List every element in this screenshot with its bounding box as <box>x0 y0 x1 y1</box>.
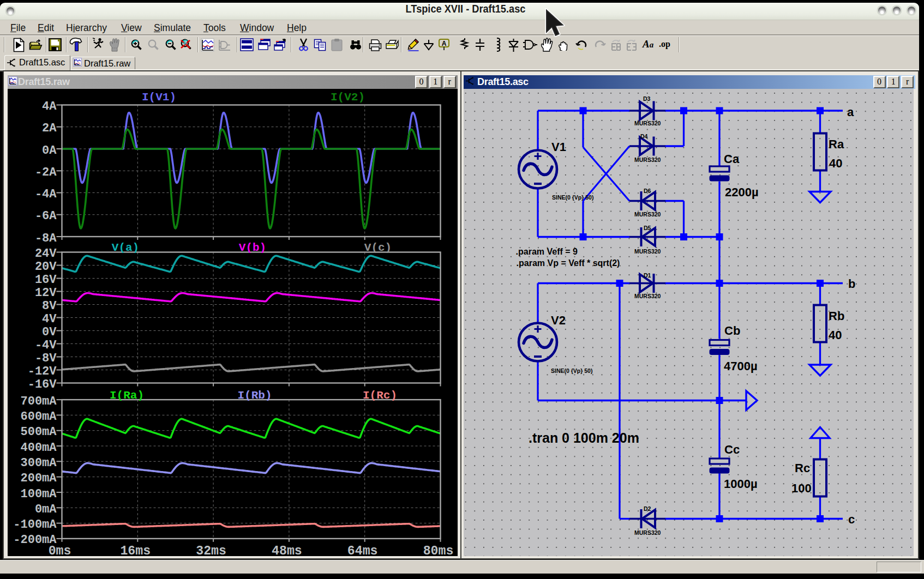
svg-text:I(V2): I(V2) <box>330 91 364 103</box>
svg-text:Rc: Rc <box>795 461 810 474</box>
svg-text:4V: 4V <box>42 312 57 326</box>
svg-text:SINE(0 {Vp} 50): SINE(0 {Vp} 50) <box>552 194 593 201</box>
svg-text:16V: 16V <box>34 273 56 287</box>
svg-text:I(Rc): I(Rc) <box>362 389 397 402</box>
svg-text:40: 40 <box>829 328 842 341</box>
svg-text:D6: D6 <box>644 187 651 194</box>
svg-text:-6A: -6A <box>34 209 56 223</box>
svg-text:8V: 8V <box>42 299 57 313</box>
svg-text:0mA: 0mA <box>34 502 56 516</box>
svg-text:-16V: -16V <box>27 378 57 391</box>
svg-text:MURS320: MURS320 <box>634 292 661 299</box>
svg-text:20V: 20V <box>34 260 56 274</box>
svg-text:48ms: 48ms <box>272 544 302 556</box>
svg-text:100mA: 100mA <box>20 487 57 500</box>
svg-text:0ms: 0ms <box>48 544 71 556</box>
svg-text:.tran 0 100m 20m: .tran 0 100m 20m <box>529 430 639 445</box>
svg-text:-4V: -4V <box>34 339 56 352</box>
svg-text:500mA: 500mA <box>20 425 57 439</box>
svg-text:Cb: Cb <box>724 323 740 337</box>
svg-text:200mA: 200mA <box>20 472 57 485</box>
svg-text:V(b): V(b) <box>238 242 266 254</box>
svg-text:A: A <box>442 40 447 47</box>
svg-text:40: 40 <box>829 156 842 170</box>
svg-text:400mA: 400mA <box>20 441 57 454</box>
svg-text:SINE(0 {Vp} 50): SINE(0 {Vp} 50) <box>551 367 592 373</box>
svg-text:Ra: Ra <box>829 137 844 150</box>
svg-text:64ms: 64ms <box>347 544 377 556</box>
svg-text:80ms: 80ms <box>423 544 453 556</box>
svg-text:4A: 4A <box>42 100 57 113</box>
svg-text:V(a): V(a) <box>111 242 139 254</box>
svg-text:700mA: 700mA <box>20 394 57 408</box>
svg-text:1000µ: 1000µ <box>724 477 758 490</box>
svg-text:2A: 2A <box>42 122 57 135</box>
svg-text:V(c): V(c) <box>364 242 391 254</box>
svg-text:Ca: Ca <box>724 152 740 165</box>
svg-text:-8V: -8V <box>34 352 56 365</box>
svg-text:I(V1): I(V1) <box>141 91 176 103</box>
svg-text:MURS320: MURS320 <box>634 529 661 535</box>
svg-text:MURS320: MURS320 <box>634 210 661 217</box>
svg-text:-100mA: -100mA <box>13 518 57 532</box>
svg-text:0A: 0A <box>42 143 57 157</box>
svg-text:V2: V2 <box>551 313 566 327</box>
svg-text:MURS320: MURS320 <box>634 120 661 126</box>
svg-text:-8A: -8A <box>34 231 56 245</box>
svg-text:-4A: -4A <box>34 188 56 201</box>
svg-text:12V: 12V <box>34 286 56 300</box>
svg-text:-2A: -2A <box>34 165 56 179</box>
svg-text:a: a <box>847 105 854 118</box>
svg-text:.param Vp = Veff * sqrt(2): .param Vp = Veff * sqrt(2) <box>517 258 620 268</box>
svg-text:4700µ: 4700µ <box>724 359 758 372</box>
svg-text:V1: V1 <box>551 140 566 153</box>
svg-text:300mA: 300mA <box>20 456 57 469</box>
svg-text:D5: D5 <box>644 224 651 231</box>
svg-text:I(Rb): I(Rb) <box>237 389 272 402</box>
svg-text:2200µ: 2200µ <box>725 185 759 198</box>
svg-text:MURS320: MURS320 <box>634 248 661 254</box>
svg-text:Cc: Cc <box>724 442 740 456</box>
svg-text:16ms: 16ms <box>120 544 151 556</box>
svg-text:MURS320: MURS320 <box>634 156 661 162</box>
svg-text:D3: D3 <box>643 95 651 101</box>
svg-text:24V: 24V <box>34 247 56 261</box>
svg-text:I(Ra): I(Ra) <box>109 389 143 402</box>
svg-text:-12V: -12V <box>27 365 57 378</box>
svg-text:c: c <box>848 512 855 526</box>
svg-text:D4: D4 <box>640 132 648 139</box>
svg-text:D1: D1 <box>644 272 651 278</box>
svg-text:100: 100 <box>791 481 812 494</box>
svg-text:b: b <box>848 276 855 290</box>
svg-text:D2: D2 <box>644 505 651 511</box>
svg-text:0V: 0V <box>42 325 57 339</box>
svg-text:Rb: Rb <box>829 309 844 322</box>
svg-text:.param Veff = 9: .param Veff = 9 <box>516 246 578 256</box>
svg-text:32ms: 32ms <box>196 544 226 556</box>
svg-text:600mA: 600mA <box>20 409 57 423</box>
